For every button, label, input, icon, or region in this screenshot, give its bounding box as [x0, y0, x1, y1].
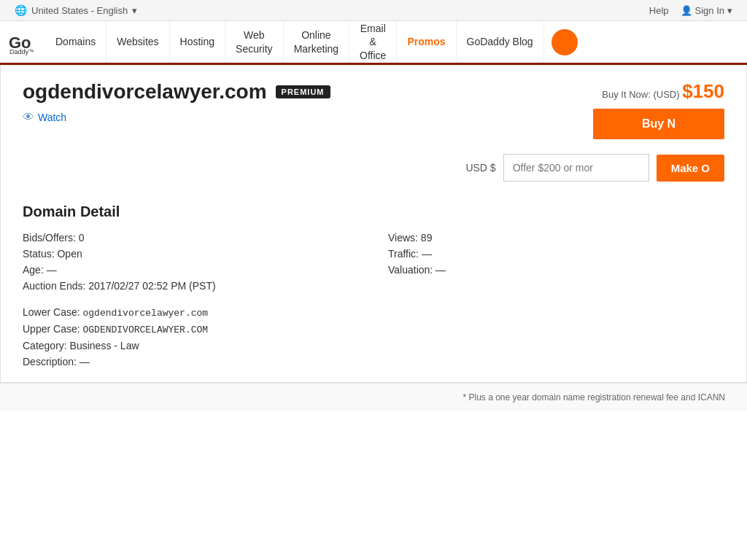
top-bar: 🌐 United States - English ▾ Help 👤 Sign …: [0, 0, 747, 21]
traffic: Traffic: —: [388, 248, 724, 260]
globe-icon: 🌐: [15, 4, 27, 16]
offer-input[interactable]: [503, 154, 649, 182]
nav-item-web-security[interactable]: WebSecurity: [225, 21, 284, 63]
footer-note: * Plus a one year domain name registrati…: [0, 383, 747, 411]
offer-section: USD $ Make O: [23, 154, 724, 182]
upper-case: Upper Case: OGDENDIVORCELAWYER.COM: [23, 323, 724, 335]
premium-badge: PREMIUM: [276, 85, 330, 98]
domain-name: ogdendivorcelawyer.com: [23, 80, 267, 104]
auction-ends: Auction Ends: 2017/02/27 02:52 PM (PST): [23, 280, 359, 292]
lower-case: Lower Case: ogdendivorcelawyer.com: [23, 306, 724, 319]
nav-item-online-marketing[interactable]: OnlineMarketing: [284, 21, 349, 63]
detail-extra: Lower Case: ogdendivorcelawyer.com Upper…: [23, 306, 724, 368]
domain-detail: Domain Detail Bids/Offers: 0 Views: 89 S…: [23, 203, 724, 368]
empty-cell: [388, 280, 724, 292]
domain-detail-heading: Domain Detail: [23, 203, 724, 220]
navbar: Go Daddy™ Domains Websites Hosting WebSe…: [0, 21, 747, 65]
domain-right: Buy It Now: (USD) $150 Buy N: [578, 80, 724, 139]
user-icon: 👤: [681, 5, 692, 16]
buy-now-label: Buy It Now: (USD) $150: [593, 80, 724, 103]
svg-text:Daddy™: Daddy™: [9, 48, 34, 55]
upper-case-label: Upper Case:: [23, 323, 80, 335]
sign-in-arrow: ▾: [727, 5, 732, 16]
views: Views: 89: [388, 232, 724, 244]
nav-item-domains[interactable]: Domains: [45, 21, 107, 63]
nav-item-godaddy-blog[interactable]: GoDaddy Blog: [457, 21, 544, 63]
domain-header: ogdendivorcelawyer.com PREMIUM 👁 Watch B…: [23, 80, 724, 139]
age: Age: —: [23, 264, 359, 276]
usd-label: USD $: [465, 162, 495, 174]
nav-items: Domains Websites Hosting WebSecurity Onl…: [45, 21, 544, 63]
watch-label: Watch: [38, 112, 66, 123]
category-value: Business - Law: [70, 340, 139, 351]
price: $150: [682, 80, 724, 102]
sign-in-area[interactable]: 👤 Sign In ▾: [681, 5, 732, 16]
locale-label: United States - English: [31, 5, 128, 16]
detail-grid: Bids/Offers: 0 Views: 89 Status: Open Tr…: [23, 232, 724, 292]
buy-now-button[interactable]: Buy N: [593, 109, 724, 139]
lower-case-label: Lower Case:: [23, 306, 80, 318]
bids-offers: Bids/Offers: 0: [23, 232, 359, 244]
locale-arrow: ▾: [132, 5, 137, 16]
make-offer-button[interactable]: Make O: [657, 155, 724, 182]
description-value: —: [80, 356, 90, 368]
sign-in-label: Sign In: [695, 5, 724, 16]
eye-icon: 👁: [23, 111, 34, 124]
status: Status: Open: [23, 248, 359, 260]
description: Description: —: [23, 356, 724, 368]
valuation: Valuation: —: [388, 264, 724, 276]
upper-case-value: OGDENDIVORCELAWYER.COM: [82, 324, 208, 335]
main-content: ogdendivorcelawyer.com PREMIUM 👁 Watch B…: [0, 65, 747, 383]
description-label: Description:: [23, 356, 77, 368]
nav-item-hosting[interactable]: Hosting: [170, 21, 225, 63]
lower-case-value: ogdendivorcelawyer.com: [82, 308, 208, 319]
help-link[interactable]: Help: [649, 5, 669, 16]
locale-area[interactable]: 🌐 United States - English ▾: [15, 4, 137, 16]
logo-icon: Go Daddy™: [7, 29, 34, 55]
category-label: Category:: [23, 340, 67, 351]
logo[interactable]: Go Daddy™: [7, 29, 38, 55]
buy-it-now-text: Buy It Now: (USD): [602, 89, 679, 100]
watch-link[interactable]: 👁 Watch: [23, 111, 578, 124]
domain-name-row: ogdendivorcelawyer.com PREMIUM: [23, 80, 578, 104]
nav-item-websites[interactable]: Websites: [107, 21, 169, 63]
nav-item-email-office[interactable]: Email&Office: [349, 21, 397, 63]
top-bar-right: Help 👤 Sign In ▾: [649, 5, 732, 16]
domain-left: ogdendivorcelawyer.com PREMIUM 👁 Watch: [23, 80, 578, 124]
nav-item-account[interactable]: [551, 29, 578, 55]
category: Category: Business - Law: [23, 340, 724, 351]
nav-item-promos[interactable]: Promos: [397, 21, 456, 63]
footer-text: * Plus a one year domain name registrati…: [462, 392, 725, 402]
